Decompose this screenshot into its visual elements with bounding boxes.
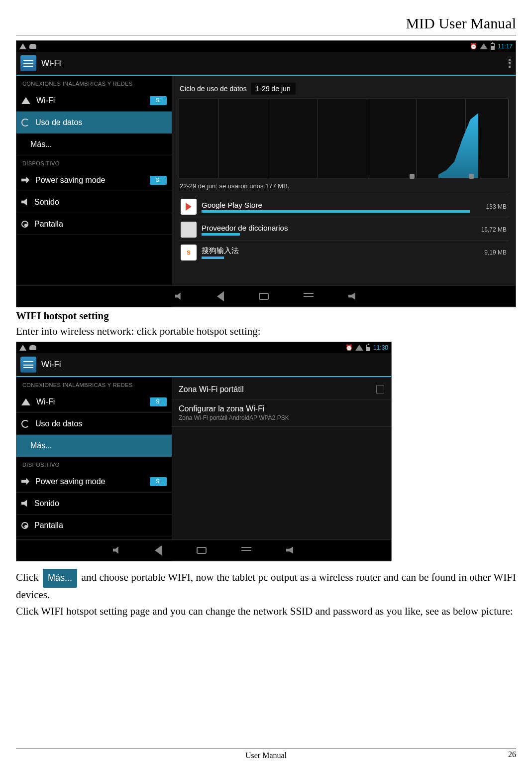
sidebar-item-label: Pantalla (34, 521, 63, 530)
settings-icon[interactable] (20, 55, 36, 71)
cycle-range-dropdown[interactable]: 1-29 de jun (251, 83, 296, 95)
paragraph-2: Click WIFI hotspot setting page and you … (16, 604, 516, 618)
alarm-icon (470, 43, 477, 50)
data-usage-icon (21, 420, 29, 428)
row-sublabel: Zona Wi-Fi portátil AndroidAP WPA2 PSK (179, 414, 384, 421)
volume-up-icon[interactable] (348, 293, 357, 300)
sound-icon (21, 500, 28, 507)
sound-icon (21, 199, 28, 206)
home-icon[interactable] (259, 293, 269, 300)
hotspot-panel: Zona Wi-Fi portátil Configurar la zona W… (172, 377, 391, 561)
row-label: Zona Wi-Fi portátil (179, 385, 244, 394)
sidebar-item-sound[interactable]: Sonido (16, 191, 172, 213)
app-name: 搜狗输入法 (202, 246, 479, 256)
power-saving-icon (21, 478, 29, 485)
sidebar-item-power-saving[interactable]: Power saving mode Sí (16, 471, 172, 493)
chart-handle-left[interactable] (410, 174, 415, 179)
data-usage-chart[interactable] (179, 99, 509, 178)
sidebar-item-label: Uso de datos (35, 419, 82, 428)
warning-icon (19, 345, 26, 351)
display-icon (21, 522, 28, 529)
settings-icon[interactable] (20, 357, 36, 373)
sidebar-item-wifi[interactable]: Wi-Fi Sí (16, 90, 172, 112)
overflow-menu-icon[interactable] (509, 59, 511, 68)
back-icon[interactable] (155, 545, 162, 555)
sidebar-item-label: Uso de datos (35, 118, 82, 127)
sidebar-item-label: Más... (30, 441, 52, 450)
app-title-bar: Wi-Fi (16, 353, 391, 377)
app-name: Google Play Store (202, 201, 481, 209)
display-icon (21, 221, 28, 228)
settings-sidebar: CONEXIONES INALÁMBRICAS Y REDES Wi-Fi Sí… (16, 76, 172, 307)
sidebar-item-wifi[interactable]: Wi-Fi Sí (16, 391, 172, 413)
volume-down-icon[interactable] (113, 547, 120, 554)
wifi-signal-icon (355, 345, 363, 351)
alarm-icon (345, 344, 352, 351)
sidebar-item-data-usage[interactable]: Uso de datos (16, 413, 172, 435)
battery-icon (491, 43, 495, 50)
app-usage-row[interactable]: Google Play Store 133 MB (179, 195, 509, 218)
volume-down-icon[interactable] (175, 293, 182, 300)
sidebar-item-sound[interactable]: Sonido (16, 493, 172, 515)
app-icon (181, 222, 197, 238)
page-footer: User Manual 26 (16, 749, 516, 760)
psm-toggle[interactable]: Sí (150, 477, 167, 486)
hotspot-zone-row[interactable]: Zona Wi-Fi portátil (172, 380, 391, 399)
sidebar-item-display[interactable]: Pantalla (16, 213, 172, 235)
home-icon[interactable] (197, 547, 207, 554)
sidebar-item-data-usage[interactable]: Uso de datos (16, 112, 172, 133)
hotspot-configure-row[interactable]: Configurar la zona Wi-Fi Zona Wi-Fi port… (172, 399, 391, 427)
navigation-bar (16, 539, 391, 560)
settings-sidebar: CONEXIONES INALÁMBRICAS Y REDES Wi-Fi Sí… (16, 377, 172, 561)
sidebar-item-more[interactable]: Más... (16, 133, 172, 155)
wifi-toggle[interactable]: Sí (150, 397, 167, 406)
app-usage-bar (202, 210, 470, 213)
warning-icon (19, 43, 26, 49)
header-rule (16, 35, 516, 35)
row-label: Configurar la zona Wi-Fi (179, 404, 384, 413)
status-time: 11:17 (498, 43, 513, 50)
app-size: 9,19 MB (484, 249, 507, 256)
app-name: Proveedor de diccionarios (202, 224, 476, 232)
debug-icon (29, 44, 36, 49)
app-usage-row[interactable]: Proveedor de diccionarios 16,72 MB (179, 218, 509, 241)
footer-center-text: User Manual (245, 751, 287, 760)
wifi-toggle[interactable]: Sí (150, 96, 167, 105)
app-icon: S (181, 245, 197, 260)
instruction-text: Enter into wireless network: click porta… (16, 325, 516, 338)
sidebar-item-power-saving[interactable]: Power saving mode Sí (16, 169, 172, 191)
app-title: Wi-Fi (41, 58, 61, 68)
app-size: 16,72 MB (481, 226, 507, 233)
wifi-icon (21, 398, 30, 405)
sidebar-item-label: Sonido (34, 198, 59, 207)
recent-apps-icon[interactable] (304, 296, 314, 297)
app-usage-row[interactable]: S 搜狗输入法 9,19 MB (179, 241, 509, 263)
app-title: Wi-Fi (41, 360, 61, 370)
battery-icon (366, 345, 370, 351)
data-usage-panel: Ciclo de uso de datos 1-29 de jun 22-29 … (172, 76, 516, 307)
app-title-bar: Wi-Fi (16, 52, 516, 76)
navigation-bar (16, 285, 516, 306)
paragraph-1: Click Más... and choose portable WIFI, n… (16, 569, 516, 602)
mas-button-inline: Más... (43, 569, 77, 588)
back-icon[interactable] (217, 291, 224, 301)
recent-apps-icon[interactable] (241, 550, 251, 551)
usage-summary-text: 22-29 de jun: se usaron unos 177 MB. (180, 182, 509, 190)
section-heading: WIFI hotspot setting (16, 310, 516, 322)
checkbox[interactable] (376, 386, 384, 393)
status-time: 11:30 (373, 344, 388, 351)
volume-up-icon[interactable] (286, 547, 295, 554)
chart-handle-right[interactable] (469, 174, 474, 179)
sidebar-item-more[interactable]: Más... (16, 435, 172, 457)
psm-toggle[interactable]: Sí (150, 176, 167, 185)
section-header-device: DISPOSITIVO (16, 457, 172, 471)
screenshot-data-usage: 11:17 Wi-Fi CONEXIONES INALÁMBRICAS Y RE… (16, 40, 516, 307)
wifi-signal-icon (480, 43, 488, 49)
data-usage-icon (21, 119, 29, 127)
app-size: 133 MB (486, 203, 507, 210)
sidebar-item-label: Power saving mode (35, 477, 106, 486)
sidebar-item-display[interactable]: Pantalla (16, 515, 172, 536)
sidebar-item-label: Power saving mode (35, 176, 106, 185)
power-saving-icon (21, 177, 29, 184)
section-header-wireless: CONEXIONES INALÁMBRICAS Y REDES (16, 377, 172, 391)
